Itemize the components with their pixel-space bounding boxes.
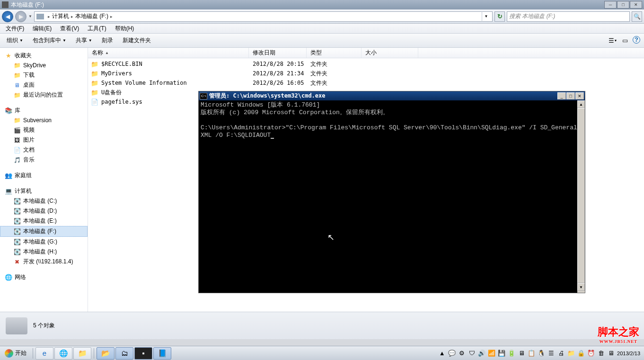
search-input[interactable]: 搜索 本地磁盘 (F:) [507, 11, 630, 22]
burn-button[interactable]: 刻录 [99, 35, 116, 46]
music-icon: 🎵 [13, 156, 21, 164]
sidebar-item-music[interactable]: 🎵音乐 [0, 155, 88, 165]
cmd-close-button[interactable]: ✕ [575, 92, 584, 99]
organize-button[interactable]: 组织▼ [4, 35, 26, 46]
menu-edit[interactable]: 编辑(E) [29, 24, 55, 34]
drive-icon: 💽 [13, 228, 21, 235]
folder-icon: 📁 [88, 70, 101, 77]
column-name[interactable]: 名称▲ [88, 48, 249, 58]
tray-icon[interactable]: 🔋 [508, 350, 515, 357]
share-button[interactable]: 共享▼ [73, 35, 95, 46]
sidebar-item-videos[interactable]: 🎬视频 [0, 125, 88, 135]
homegroup[interactable]: 👥家庭组 [0, 171, 88, 180]
sidebar-item-subversion[interactable]: 📁Subversion [0, 116, 88, 125]
sidebar-item-documents[interactable]: 📄文档 [0, 145, 88, 155]
tray-icon[interactable]: 🛡 [468, 350, 476, 357]
tray-icon[interactable]: 🐧 [538, 350, 545, 357]
tray-date[interactable]: 2013/2/13 [617, 351, 640, 356]
taskbar-chrome[interactable]: 🌐 [54, 347, 72, 360]
taskbar-explorer[interactable]: 📁 [73, 347, 91, 360]
library-group[interactable]: 📚库 [0, 106, 88, 116]
sidebar-network-drive[interactable]: ✖开发 (\\192.168.1.4) [0, 257, 88, 267]
sidebar-item-recent[interactable]: 📁最近访问的位置 [0, 90, 88, 100]
drive-icon: 💽 [13, 217, 21, 225]
tray-icon[interactable]: 📁 [567, 350, 575, 357]
tray-icon[interactable]: 🖥 [607, 350, 615, 357]
tray-icon[interactable]: 💬 [448, 350, 456, 357]
tray-icon[interactable]: 📋 [528, 350, 535, 357]
start-button[interactable]: 开始 [1, 347, 30, 360]
minimize-button[interactable]: ─ [604, 1, 617, 9]
taskbar-ie[interactable]: e [35, 347, 53, 360]
tray-icon[interactable]: ☰ [547, 350, 555, 357]
sidebar-drive-d[interactable]: 💽本地磁盘 (D:) [0, 206, 88, 216]
close-button[interactable]: ✕ [630, 1, 642, 9]
menu-view[interactable]: 查看(V) [56, 24, 83, 34]
tray-icon[interactable]: 🔊 [478, 350, 485, 357]
drive-icon: 💽 [13, 248, 21, 256]
address-dropdown[interactable]: ▼ [482, 11, 490, 22]
sidebar-drive-g[interactable]: 💽本地磁盘 (G:) [0, 237, 88, 247]
menu-help[interactable]: 帮助(H) [111, 24, 138, 34]
sidebar-drive-c[interactable]: 💽本地磁盘 (C:) [0, 196, 88, 206]
menu-file[interactable]: 文件(F) [2, 24, 28, 34]
search-button[interactable]: 🔍 [632, 11, 642, 22]
forward-button[interactable]: ▶ [15, 11, 26, 22]
column-type[interactable]: 类型 [307, 48, 362, 58]
cmd-titlebar[interactable]: C:\ 管理员: C:\windows\system32\cmd.exe _ □… [199, 91, 585, 100]
history-dropdown[interactable]: ▼ [28, 14, 32, 18]
help-button[interactable]: ? [633, 36, 640, 44]
computer-group[interactable]: 💻计算机 [0, 186, 88, 196]
taskbar-app[interactable]: 🗂 [115, 347, 133, 360]
cmd-scrollbar[interactable]: ▲ ▼ [577, 100, 585, 293]
sidebar-drive-f[interactable]: 💽本地磁盘 (F:) [0, 226, 88, 237]
sidebar-item-desktop[interactable]: 🖥桌面 [0, 80, 88, 90]
tray-icon[interactable]: ⏰ [587, 350, 595, 357]
file-row[interactable]: 📁MyDrivers2012/8/28 21:34文件夹 [88, 69, 644, 78]
menu-tools[interactable]: 工具(T) [84, 24, 110, 34]
star-icon: ★ [5, 52, 12, 60]
preview-pane-button[interactable]: ▭ [620, 36, 630, 45]
cmd-minimize-button[interactable]: _ [557, 92, 566, 99]
tray-icon[interactable]: ⚙ [458, 350, 466, 357]
scroll-down-button[interactable]: ▼ [577, 283, 585, 291]
sidebar-drive-h[interactable]: 💽本地磁盘 (H:) [0, 247, 88, 257]
column-date[interactable]: 修改日期 [249, 48, 307, 58]
tray-icon[interactable]: 🖥 [518, 350, 525, 357]
refresh-button[interactable]: ↻ [494, 11, 505, 22]
cmd-maximize-button[interactable]: □ [566, 92, 575, 99]
tray-icon[interactable]: 📶 [488, 350, 495, 357]
tray-icon[interactable]: 💾 [498, 350, 505, 357]
breadcrumb-computer[interactable]: 计算机 [51, 12, 70, 20]
tray-icon[interactable]: ▲ [438, 350, 446, 357]
tray-icon[interactable]: 🗑 [597, 350, 605, 357]
cmd-window[interactable]: C:\ 管理员: C:\windows\system32\cmd.exe _ □… [198, 91, 585, 293]
taskbar-cmd[interactable]: ▪ [134, 347, 152, 360]
maximize-button[interactable]: □ [617, 1, 629, 9]
file-row[interactable]: 📁System Volume Information2012/8/26 16:0… [88, 78, 644, 88]
view-mode-button[interactable]: ☰▼ [608, 36, 618, 45]
cmd-title: 管理员: C:\windows\system32\cmd.exe [209, 92, 557, 100]
cmd-output[interactable]: Microsoft Windows [版本 6.1.7601] 版权所有 (c)… [199, 100, 585, 293]
watermark: 脚本之家 WWW.JB51.NET [598, 325, 639, 344]
new-folder-button[interactable]: 新建文件夹 [120, 35, 154, 46]
scroll-thumb[interactable] [577, 108, 585, 283]
sidebar-item-pictures[interactable]: 🖼图片 [0, 135, 88, 145]
taskbar-explorer-win[interactable]: 📂 [97, 347, 115, 360]
sidebar-drive-e[interactable]: 💽本地磁盘 (E:) [0, 216, 88, 226]
back-button[interactable]: ◀ [2, 11, 13, 22]
favorites-group[interactable]: ★收藏夹 [0, 51, 88, 61]
tray-icon[interactable]: 🖨 [557, 350, 565, 357]
file-row[interactable]: 📁$RECYCLE.BIN2012/8/28 20:15文件夹 [88, 59, 644, 69]
crumb-sep: ▸ [47, 14, 51, 19]
include-library-button[interactable]: 包含到库中▼ [30, 35, 69, 46]
address-bar[interactable]: ▸ 计算机 ▸ 本地磁盘 (F:) ▸ ▼ [34, 11, 493, 22]
taskbar-app2[interactable]: 📘 [153, 347, 171, 360]
network-group[interactable]: 🌐网络 [0, 272, 88, 282]
scroll-up-button[interactable]: ▲ [577, 100, 585, 108]
column-size[interactable]: 大小 [362, 48, 418, 58]
sidebar-item-skydrive[interactable]: 📁SkyDrive [0, 61, 88, 70]
tray-icon[interactable]: 🔒 [577, 350, 585, 357]
breadcrumb-drive[interactable]: 本地磁盘 (F:) [74, 12, 109, 20]
sidebar-item-downloads[interactable]: 📁下载 [0, 70, 88, 80]
